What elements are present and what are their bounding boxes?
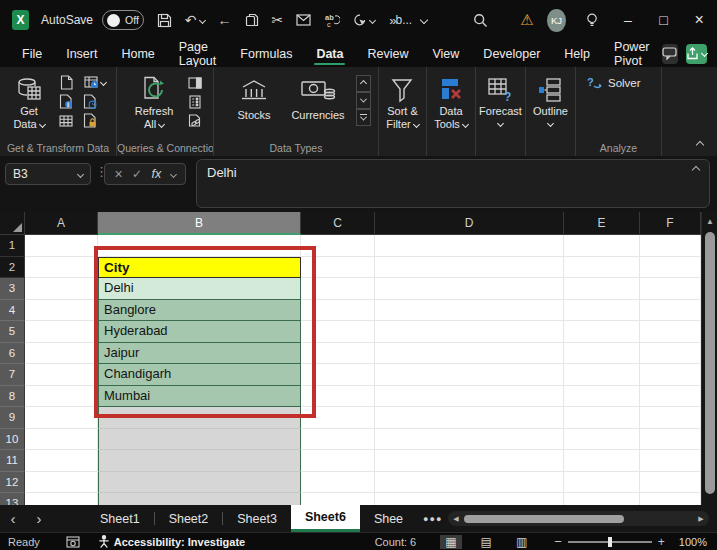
outline-button[interactable]: Outline (533, 69, 568, 156)
cell-B11[interactable] (98, 450, 301, 472)
row-header-3[interactable]: 3 (0, 278, 25, 300)
zoom-in-button[interactable]: + (652, 535, 671, 549)
cell-A6[interactable] (25, 343, 98, 365)
cell-F11[interactable] (640, 450, 701, 472)
cell-F3[interactable] (640, 278, 701, 300)
column-header-E[interactable]: E (564, 212, 640, 235)
properties-button[interactable] (185, 92, 205, 111)
redo-pointer-button[interactable] (353, 13, 375, 27)
scroll-up-icon[interactable]: ▲ (702, 212, 717, 230)
cell-B5[interactable]: Hyderabad (98, 321, 301, 343)
warning-button[interactable]: ⚠ (520, 11, 533, 29)
copy-button[interactable] (245, 13, 259, 27)
tab-page-layout[interactable]: Page Layout (167, 40, 229, 67)
cell-E12[interactable] (564, 472, 640, 494)
cell-F4[interactable] (640, 300, 701, 322)
cell-C7[interactable] (301, 364, 375, 386)
column-header-F[interactable]: F (640, 212, 701, 235)
cell-D6[interactable] (375, 343, 564, 365)
select-all-button[interactable] (0, 212, 25, 235)
row-header-6[interactable]: 6 (0, 343, 25, 365)
comments-button[interactable] (662, 44, 679, 64)
search-button[interactable] (473, 13, 488, 28)
maximize-button[interactable]: □ (646, 0, 682, 40)
translate-button[interactable]: abc (324, 13, 340, 27)
cell-B6[interactable]: Jaipur (98, 343, 301, 365)
cell-A8[interactable] (25, 386, 98, 408)
row-header-1[interactable]: 1 (0, 235, 25, 257)
cut-button[interactable]: ✂ (272, 12, 284, 28)
cell-F9[interactable] (640, 407, 701, 429)
data-tools-button[interactable]: Data Tools (434, 69, 468, 156)
page-break-view-button[interactable]: ▥ (511, 535, 532, 549)
cell-B7[interactable]: Chandigarh (98, 364, 301, 386)
row-header-2[interactable]: 2 (0, 257, 25, 279)
scroll-right-icon[interactable]: ▶ (693, 515, 709, 523)
cell-F10[interactable] (640, 429, 701, 451)
cell-A3[interactable] (25, 278, 98, 300)
zoom-slider[interactable] (568, 541, 652, 543)
cell-E10[interactable] (564, 429, 640, 451)
row-header-12[interactable]: 12 (0, 472, 25, 494)
cell-E3[interactable] (564, 278, 640, 300)
cell-D13[interactable] (375, 493, 564, 505)
cell-C4[interactable] (301, 300, 375, 322)
more-sheets-button[interactable]: ●●● (423, 514, 442, 524)
row-header-13[interactable]: 13 (0, 493, 25, 505)
tab-data[interactable]: Data (304, 40, 355, 67)
cell-C1[interactable] (301, 235, 375, 257)
column-header-C[interactable]: C (301, 212, 375, 235)
tab-developer[interactable]: Developer (471, 40, 552, 67)
normal-view-button[interactable]: ▦ (440, 535, 461, 549)
recent-sources-button[interactable]: i (56, 92, 76, 111)
vertical-scroll-thumb[interactable] (705, 232, 715, 494)
from-web-button[interactable] (80, 73, 110, 92)
formula-input[interactable]: Delhi (196, 159, 710, 208)
cell-D1[interactable] (375, 235, 564, 257)
cell-D8[interactable] (375, 386, 564, 408)
column-header-B[interactable]: B (98, 212, 301, 235)
cell-E4[interactable] (564, 300, 640, 322)
sheet-tab-sheet2[interactable]: Sheet2 (155, 505, 223, 532)
cell-C10[interactable] (301, 429, 375, 451)
cell-E9[interactable] (564, 407, 640, 429)
cell-A12[interactable] (25, 472, 98, 494)
tell-me-button[interactable] (586, 13, 598, 28)
cell-D11[interactable] (375, 450, 564, 472)
cell-D7[interactable] (375, 364, 564, 386)
tab-formulas[interactable]: Formulas (228, 40, 304, 67)
row-header-8[interactable]: 8 (0, 386, 25, 408)
cell-F2[interactable] (640, 257, 701, 279)
name-box[interactable]: B3 (5, 163, 91, 185)
save-button[interactable] (157, 13, 172, 28)
row-header-10[interactable]: 10 (0, 429, 25, 451)
cell-A2[interactable] (25, 257, 98, 279)
sheet-tab-sheet3[interactable]: Sheet3 (223, 505, 291, 532)
cell-B9[interactable] (98, 407, 301, 429)
cell-F8[interactable] (640, 386, 701, 408)
tab-home[interactable]: Home (109, 40, 166, 67)
cell-C5[interactable] (301, 321, 375, 343)
cell-D5[interactable] (375, 321, 564, 343)
cell-C9[interactable] (301, 407, 375, 429)
horizontal-scrollbar[interactable]: ◀ ▶ (448, 511, 709, 526)
gallery-more-button[interactable] (356, 109, 371, 126)
cell-E8[interactable] (564, 386, 640, 408)
queries-connections-button[interactable] (185, 73, 205, 92)
tab-help[interactable]: Help (552, 40, 602, 67)
cell-F7[interactable] (640, 364, 701, 386)
cell-E13[interactable] (564, 493, 640, 505)
cell-A5[interactable] (25, 321, 98, 343)
cell-F1[interactable] (640, 235, 701, 257)
cell-D10[interactable] (375, 429, 564, 451)
cell-F12[interactable] (640, 472, 701, 494)
email-button[interactable] (296, 14, 311, 26)
from-table-range-button[interactable] (56, 111, 76, 130)
tab-insert[interactable]: Insert (54, 40, 109, 67)
enter-button[interactable]: ✓ (132, 167, 142, 181)
minimize-button[interactable]: – (610, 0, 646, 40)
prev-sheet-button[interactable]: ‹ (0, 510, 26, 527)
sheet-tab-sheet1[interactable]: Sheet1 (86, 505, 154, 532)
tab-file[interactable]: File (10, 40, 54, 67)
cell-D4[interactable] (375, 300, 564, 322)
